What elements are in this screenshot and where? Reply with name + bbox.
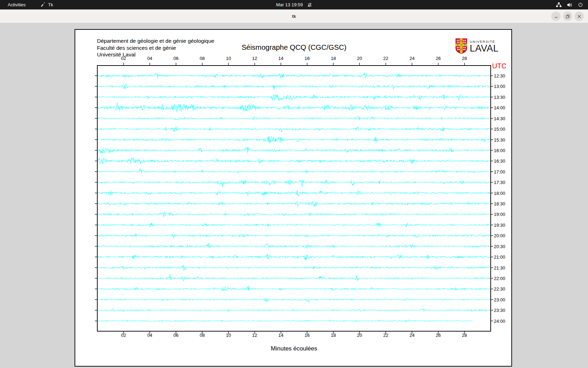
seismic-trace-17:30 — [98, 180, 490, 187]
minute-tick-label-top: 10 — [224, 56, 233, 61]
network-nodes-icon — [556, 2, 562, 7]
utc-time-label: 21:00 — [494, 254, 505, 260]
utc-time-label: 17:30 — [494, 180, 505, 185]
utc-time-label: 15:00 — [494, 127, 505, 132]
minute-tick-label-top: 02 — [119, 56, 128, 61]
minute-tick-label-top: 22 — [381, 56, 391, 61]
seismic-trace-14:00 — [98, 103, 490, 111]
minute-tick-label-bottom: 12 — [250, 333, 260, 338]
seismograph-canvas: Département de géologie et de génie géol… — [75, 29, 512, 367]
minute-tick-label-bottom: 04 — [145, 333, 155, 338]
minute-tick-label-bottom: 26 — [433, 333, 443, 338]
utc-time-label: 22:30 — [494, 286, 505, 292]
close-button[interactable] — [574, 12, 584, 21]
desktop: Activities Tk Mar 13 19:59 — [0, 0, 588, 368]
utc-time-label: 15:30 — [494, 137, 505, 143]
minute-tick-label-top: 14 — [276, 56, 286, 61]
focused-app-name: Tk — [48, 2, 53, 7]
minute-tick-label-bottom: 16 — [302, 333, 312, 338]
utc-time-label: 16:30 — [494, 158, 505, 164]
utc-time-label: 12:30 — [494, 73, 505, 79]
window-titlebar: tk — [0, 9, 588, 23]
minute-tick-label-top: 24 — [407, 56, 417, 61]
minute-tick-label-top: 06 — [171, 56, 181, 61]
seismic-trace-15:00 — [98, 127, 490, 132]
minute-tick-label-bottom: 20 — [355, 333, 364, 338]
power-icon — [578, 2, 583, 7]
utc-time-label: 14:00 — [494, 105, 505, 110]
utc-time-label: 18:30 — [494, 201, 505, 206]
gnome-top-bar: Activities Tk Mar 13 19:59 — [0, 0, 588, 9]
notifications-disabled-icon — [307, 2, 312, 7]
logo-laval-text: LAVAL — [470, 43, 499, 54]
seismic-trace-16:30 — [98, 158, 490, 164]
minute-tick-label-bottom: 24 — [407, 333, 417, 338]
seismic-trace-21:00 — [98, 254, 490, 260]
minute-tick-label-top: 20 — [355, 56, 364, 61]
seismic-trace-20:30 — [98, 243, 490, 248]
utc-time-label: 23:00 — [494, 297, 505, 302]
seismic-trace-13:30 — [98, 94, 490, 101]
utc-time-label: 24:00 — [494, 319, 505, 324]
minute-tick-label-top: 12 — [250, 56, 260, 61]
seismic-trace-18:00 — [98, 190, 490, 196]
restore-button[interactable] — [563, 12, 572, 21]
utc-time-label: 18:00 — [494, 191, 505, 196]
clock-text: Mar 13 19:59 — [276, 2, 303, 7]
chart-title: Séismographe QCQ (CGC/GSC) — [75, 43, 513, 52]
focused-app-menu[interactable]: Tk — [38, 0, 55, 9]
utc-time-label: 13:00 — [494, 84, 505, 89]
minute-tick-label-top: 04 — [145, 56, 155, 61]
minute-tick-label-bottom: 06 — [171, 333, 181, 338]
seismic-trace-19:00 — [98, 212, 490, 217]
utc-time-label: 20:30 — [494, 244, 505, 249]
minute-tick-label-top: 26 — [433, 56, 443, 61]
header-line-3: Université Laval — [97, 51, 214, 58]
minute-tick-label-bottom: 08 — [197, 333, 207, 338]
utc-time-label: 19:30 — [494, 223, 505, 228]
seismic-trace-15:30 — [98, 136, 490, 143]
seismic-trace-12:30 — [98, 73, 490, 79]
minute-tick-label-bottom: 28 — [460, 333, 469, 338]
minute-tick-label-top: 16 — [302, 56, 312, 61]
utc-time-label: 13:30 — [494, 95, 505, 100]
utc-time-label: 19:00 — [494, 212, 505, 217]
window-title: tk — [0, 9, 588, 23]
seismic-trace-16:00 — [98, 147, 490, 154]
activities-button[interactable]: Activities — [4, 0, 29, 9]
utc-time-label: 23:30 — [494, 308, 505, 313]
minute-tick-label-bottom: 18 — [328, 333, 338, 338]
seismic-trace-18:30 — [98, 201, 490, 207]
minimize-button[interactable] — [551, 12, 561, 21]
seismic-trace-14:30 — [98, 116, 490, 120]
utc-time-label: 14:30 — [494, 116, 505, 121]
seismic-trace-22:00 — [98, 274, 490, 281]
seismic-trace-19:30 — [98, 223, 490, 227]
universite-laval-logo: UNIVERSITÉ LAVAL — [455, 38, 499, 55]
minute-tick-label-bottom: 14 — [276, 333, 286, 338]
seismic-trace-23:30 — [98, 309, 490, 312]
minute-tick-label-bottom: 02 — [119, 333, 128, 338]
x-axis-label: Minutes écoulées — [75, 345, 513, 352]
seismic-trace-22:30 — [98, 286, 490, 291]
seismic-trace-13:00 — [98, 84, 490, 90]
tk-feather-icon — [40, 2, 46, 7]
seismic-trace-21:30 — [98, 265, 490, 271]
utc-time-label: 16:00 — [494, 148, 505, 153]
minute-tick-label-bottom: 10 — [224, 333, 233, 338]
seismic-trace-24:00 — [98, 320, 472, 322]
seismic-trace-23:00 — [98, 298, 490, 302]
minute-tick-label-top: 28 — [460, 56, 469, 61]
helicorder-plot — [75, 30, 513, 367]
utc-time-label: 21:30 — [494, 265, 505, 271]
clock-menu[interactable]: Mar 13 19:59 — [276, 0, 312, 9]
minute-tick-label-top: 18 — [328, 56, 338, 61]
laval-shield-icon — [455, 38, 467, 55]
utc-time-label: 20:00 — [494, 233, 505, 238]
utc-time-label: 22:00 — [494, 276, 505, 281]
minute-tick-label-bottom: 22 — [381, 333, 391, 338]
system-status-area[interactable] — [556, 0, 583, 9]
volume-icon — [567, 2, 573, 7]
minute-tick-label-top: 08 — [197, 56, 207, 61]
seismic-trace-20:00 — [98, 233, 490, 238]
